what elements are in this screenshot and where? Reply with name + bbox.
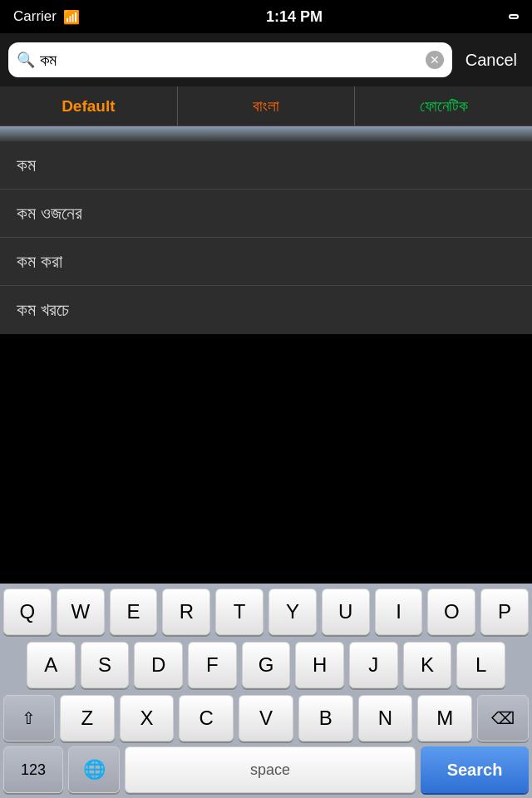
key-e[interactable]: E	[110, 589, 158, 635]
search-bar: 🔍 ✕ Cancel	[0, 33, 532, 86]
key-i[interactable]: I	[375, 589, 423, 635]
keyboard-bottom-row: 123 🌐 space Search	[0, 743, 532, 798]
carrier-label: Carrier	[13, 8, 57, 25]
key-r[interactable]: R	[162, 589, 210, 635]
key-p[interactable]: P	[480, 589, 529, 635]
status-carrier: Carrier 📶	[13, 8, 80, 25]
suggestion-item[interactable]: কম খরচে	[0, 286, 532, 334]
keyboard: Q W E R T Y U I O P A S D F G H J K L ⇧ …	[0, 584, 532, 798]
key-d[interactable]: D	[134, 642, 183, 688]
key-l[interactable]: L	[456, 642, 505, 688]
tab-bangla[interactable]: বাংলা	[178, 86, 356, 126]
numbers-key[interactable]: 123	[3, 746, 63, 793]
search-button[interactable]: Search	[421, 746, 529, 793]
key-g[interactable]: G	[242, 642, 291, 688]
key-s[interactable]: S	[81, 642, 130, 688]
tab-phonetic[interactable]: ফোনেটিক	[355, 86, 532, 126]
suggestion-item[interactable]: কম ওজনের	[0, 190, 532, 238]
key-q[interactable]: Q	[3, 589, 52, 635]
battery-icon	[509, 14, 519, 19]
space-key[interactable]: space	[125, 746, 416, 793]
wifi-icon: 📶	[63, 9, 80, 25]
status-battery	[509, 14, 519, 19]
key-a[interactable]: A	[27, 642, 76, 688]
keyboard-row-3: ⇧ Z X C V B N M ⌫	[0, 690, 532, 743]
status-time: 1:14 PM	[266, 8, 323, 26]
cancel-button[interactable]: Cancel	[459, 46, 524, 75]
globe-key[interactable]: 🌐	[68, 746, 120, 793]
key-o[interactable]: O	[427, 589, 475, 635]
suggestion-item[interactable]: কম	[0, 141, 532, 190]
key-n[interactable]: N	[358, 695, 413, 741]
tab-default[interactable]: Default	[0, 86, 178, 126]
key-h[interactable]: H	[295, 642, 344, 688]
delete-key[interactable]: ⌫	[477, 695, 529, 741]
keyboard-tabs: Default বাংলা ফোনেটিক	[0, 86, 532, 126]
key-k[interactable]: K	[403, 642, 452, 688]
suggestions-list: কম কম ওজনের কম করা কম খরচে	[0, 141, 532, 334]
key-b[interactable]: B	[298, 695, 353, 741]
key-t[interactable]: T	[215, 589, 264, 635]
key-v[interactable]: V	[239, 695, 293, 741]
search-input-wrapper: 🔍 ✕	[8, 42, 452, 77]
clear-button[interactable]: ✕	[426, 51, 444, 69]
search-input[interactable]	[40, 51, 421, 70]
key-u[interactable]: U	[322, 589, 370, 635]
key-j[interactable]: J	[349, 642, 398, 688]
key-m[interactable]: M	[417, 695, 472, 741]
key-f[interactable]: F	[188, 642, 237, 688]
shift-key[interactable]: ⇧	[3, 695, 55, 741]
key-z[interactable]: Z	[60, 695, 115, 741]
key-c[interactable]: C	[179, 695, 234, 741]
keyboard-row-2: A S D F G H J K L	[0, 637, 532, 690]
key-y[interactable]: Y	[268, 589, 317, 635]
keyboard-row-1: Q W E R T Y U I O P	[0, 584, 532, 637]
suggestion-item[interactable]: কম করা	[0, 238, 532, 286]
key-w[interactable]: W	[57, 589, 105, 635]
search-icon: 🔍	[17, 51, 35, 69]
tab-shadow	[0, 126, 532, 141]
status-bar: Carrier 📶 1:14 PM	[0, 0, 532, 33]
key-x[interactable]: X	[120, 695, 175, 741]
